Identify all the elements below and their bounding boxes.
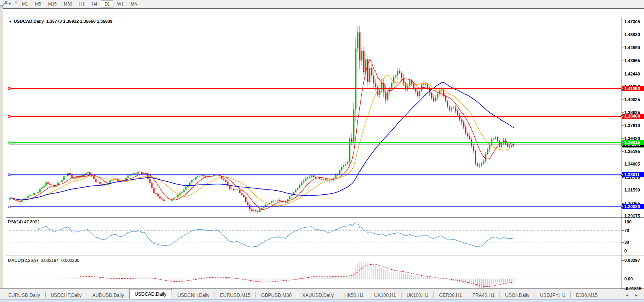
chart-dropdown-icon[interactable]: ▼ [9, 20, 12, 24]
tab-scroll-controls: ◄ ► [625, 293, 638, 297]
axis-tick [622, 61, 624, 61]
line-anchor-dot [621, 206, 623, 208]
axis-tick [622, 99, 624, 100]
line-anchor-dot [621, 115, 623, 117]
tab-usdjpy-h1[interactable]: USDJPY,H1 [535, 291, 570, 300]
tab-usdcnh-daily[interactable]: USDCNH,Daily [172, 291, 215, 300]
timeframe-buttons: M1M5M15M30H1H4D1W1MN [19, 0, 141, 8]
line-anchor-dot [621, 174, 623, 176]
axis-tick [622, 112, 624, 113]
tab-eurusd-m15[interactable]: EURUSD,M15 [215, 291, 255, 300]
axis-tick [622, 35, 624, 35]
price-axis-label: 1.40025 [624, 97, 640, 102]
level-price-badge: 1.36015 [622, 140, 644, 145]
line-anchor-dot [621, 88, 623, 90]
tab-fra40-h1[interactable]: FRA40,H1 [467, 291, 500, 300]
status-bar [0, 299, 644, 302]
tabs-holder: EURUSD,DailyUSDCHF,DailyAUDUSD,DailyUSDC… [3, 289, 603, 300]
tab-ger30-h1[interactable]: GER30,H1 [434, 291, 467, 300]
macd-axis-label: 0.00 [624, 276, 633, 281]
window-left-gutter [0, 8, 3, 302]
tab-scroll-left-icon[interactable]: ◄ [625, 293, 629, 297]
price-axis-label: 1.29175 [624, 214, 640, 218]
axis-tick [622, 190, 624, 190]
axis-tick [622, 48, 624, 48]
dropdown-caret-icon[interactable]: ▼ [8, 2, 11, 6]
axis-tick [622, 289, 624, 289]
timeframe-m15[interactable]: M15 [44, 0, 60, 8]
tab-audusd-daily[interactable]: AUDUSD,Daily [87, 291, 129, 300]
price-axis-label: 1.31590 [624, 188, 640, 192]
axis-tick [622, 260, 624, 261]
tab-xauusd-daily[interactable]: XAUUSD,Daily [297, 291, 339, 300]
axis-tick [622, 177, 624, 178]
tab-gbpusd-m30[interactable]: GBPUSD,M30 [256, 291, 296, 300]
tab-usoil-daily[interactable]: USOil,Daily [500, 291, 534, 300]
macd-canvas [6, 9, 644, 289]
tab-uk100-h1[interactable]: UK100,H1 [369, 291, 401, 300]
rsi-axis-label: 30 [624, 240, 629, 245]
axis-tick [622, 279, 624, 279]
axis-tick [622, 230, 624, 231]
rsi-axis-label: 0 [624, 249, 627, 253]
level-price-badge: 1.38464 [622, 114, 644, 119]
macd-label: MACD(12,26,9) -0.002194 -0.002230 [8, 258, 80, 263]
level-price-badge: 1.30020 [622, 204, 644, 209]
axis-tick [622, 151, 624, 152]
timeframe-h4[interactable]: H4 [88, 0, 101, 8]
axis-tick [622, 242, 624, 243]
tab-eurusd-daily[interactable]: EURUSD,Daily [3, 291, 45, 300]
line-anchor-dot [621, 142, 623, 144]
rsi-axis-label: 100 [624, 219, 631, 224]
axis-tick [622, 74, 624, 74]
timeframe-d1[interactable]: D1 [101, 0, 113, 8]
chart-tab-bar: EURUSD,DailyUSDCHF,DailyAUDUSD,DailyUSDC… [0, 288, 644, 300]
macd-axis-label: 0.03297 [624, 258, 640, 263]
price-axis-label: 1.35195 [624, 149, 640, 154]
level-price-badge: 1.41060 [622, 86, 644, 91]
trading-platform-window: ▼ M1M5M15M30H1H4D1W1MN ▼USDCAD,Daily 1.3… [0, 0, 644, 302]
tab-usdcad-daily[interactable]: USDCAD,Daily [129, 289, 172, 300]
price-axis-label: 1.43665 [624, 58, 640, 63]
macd-indicator-pane[interactable] [6, 257, 644, 290]
timeframe-toolbar: ▼ M1M5M15M30H1H4D1W1MN [0, 0, 644, 8]
tab-hk50-h1[interactable]: HK50,H1 [339, 291, 369, 300]
rsi-axis-label: 70 [624, 228, 629, 233]
price-axis-line [622, 17, 622, 289]
timeframe-m30[interactable]: M30 [60, 0, 76, 8]
timeframe-m1[interactable]: M1 [19, 0, 31, 8]
price-axis-label: 1.46080 [624, 32, 640, 37]
chart-symbol: USDCAD,Daily [14, 19, 44, 24]
rsi-label: RSI(14) 47.8002 [8, 219, 40, 224]
chart-title: ▼USDCAD,Daily 1.35773 1.35932 1.35650 1.… [9, 19, 113, 24]
timeframe-w1[interactable]: W1 [113, 0, 127, 8]
axis-tick [622, 125, 624, 126]
price-axis-label: 1.42440 [624, 72, 640, 76]
price-axis-label: 1.34005 [624, 162, 640, 166]
chart-window[interactable]: ▼USDCAD,Daily 1.35773 1.35932 1.35650 1.… [3, 8, 644, 299]
tab-uk100-h1[interactable]: UK100,H1 [402, 291, 433, 300]
tab-usdchf-daily[interactable]: USDCHF,Daily [46, 291, 87, 300]
axis-tick [622, 164, 624, 164]
macd-axis-label: -0.01815 [624, 286, 641, 291]
price-axis-label: 1.47305 [624, 19, 640, 24]
axis-tick [622, 222, 624, 222]
axis-tick [622, 22, 624, 22]
toolbar-grip[interactable] [15, 1, 17, 7]
axis-tick [622, 216, 624, 216]
timeframe-h1[interactable]: H1 [76, 0, 88, 8]
timeframe-mn[interactable]: MN [127, 0, 141, 8]
level-price-badge: 1.33011 [622, 172, 644, 177]
axis-tick [622, 251, 624, 251]
price-axis-label: 1.37610 [624, 123, 640, 128]
tab-dj30-m15[interactable]: DJ30,M15 [571, 291, 603, 300]
timeframe-m5[interactable]: M5 [31, 0, 44, 8]
chart-ohlc-values: 1.35773 1.35932 1.35650 1.35839 [46, 19, 112, 24]
axis-tick [622, 138, 624, 139]
tab-scroll-right-icon[interactable]: ► [635, 293, 638, 297]
axis-tick [622, 203, 624, 204]
line-studies-icon[interactable] [0, 1, 7, 7]
price-axis-label: 1.44890 [624, 45, 640, 50]
